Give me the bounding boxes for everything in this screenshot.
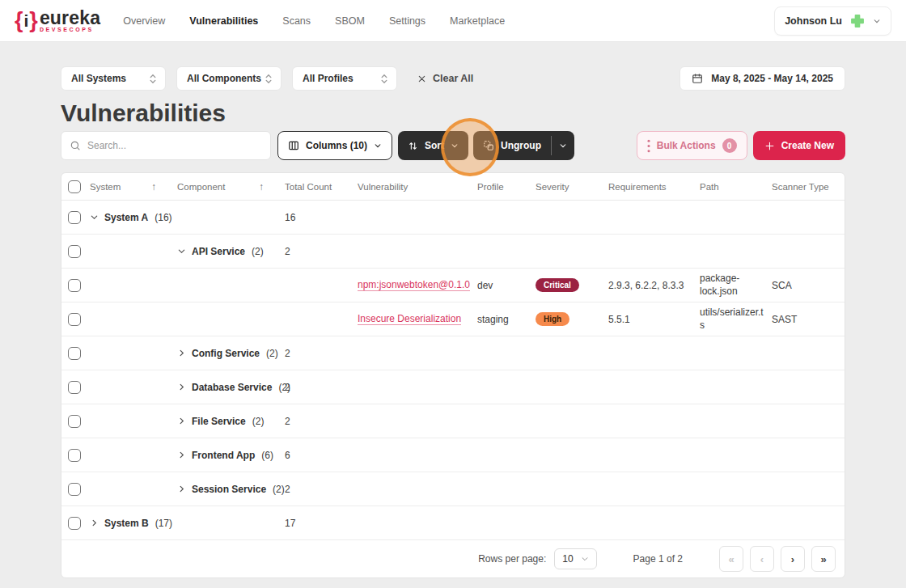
ungroup-button[interactable]: Ungroup [473, 131, 551, 160]
table-row: Session Service(2)2 [61, 472, 845, 506]
group-count: (17) [155, 518, 172, 529]
brand-logo[interactable]: {i} eureka DEVSECOPS [15, 10, 100, 32]
row-checkbox[interactable] [68, 483, 81, 496]
header-vulnerability[interactable]: Vulnerability [358, 182, 477, 192]
expand-chevron-icon[interactable] [177, 383, 186, 391]
table-cell: staging [477, 314, 536, 325]
logo-brace-right: } [29, 10, 38, 32]
header-path[interactable]: Path [700, 182, 772, 192]
header-component[interactable]: Component↑ [177, 181, 285, 192]
rows-per-page-label: Rows per page: [478, 553, 546, 565]
bulk-actions-button[interactable]: Bulk Actions 0 [637, 131, 747, 160]
columns-label: Columns (10) [306, 140, 367, 151]
columns-button[interactable]: Columns (10) [277, 131, 392, 160]
first-page-button[interactable]: « [719, 546, 743, 572]
table-cell [61, 211, 90, 224]
nav-item-vulnerabilities[interactable]: Vulnerabilities [189, 15, 258, 27]
date-range-picker[interactable]: May 8, 2025 - May 14, 2025 [680, 66, 845, 91]
row-checkbox[interactable] [68, 313, 81, 326]
table-cell: npm:jsonwebtoken@0.1.0 [358, 279, 477, 291]
header-scanner-type[interactable]: Scanner Type [772, 182, 845, 192]
header-total-count[interactable]: Total Count [285, 182, 358, 192]
logo-i: i [24, 12, 29, 29]
table-cell: 2 [285, 382, 358, 393]
sort-label: Sort [425, 140, 444, 151]
requirements-value: 5.5.1 [608, 314, 630, 325]
systems-filter-label: All Systems [71, 73, 126, 84]
path-value: package-lock.json [700, 273, 772, 298]
profiles-filter[interactable]: All Profiles [292, 66, 397, 91]
severity-badge: Critical [536, 278, 579, 292]
create-new-button[interactable]: Create New [753, 131, 845, 160]
profiles-filter-label: All Profiles [303, 73, 354, 84]
expand-chevron-icon[interactable] [177, 484, 186, 493]
nav-item-overview[interactable]: Overview [123, 15, 165, 27]
sort-asc-icon[interactable]: ↑ [151, 181, 156, 192]
sort-asc-icon[interactable]: ↑ [259, 181, 264, 192]
ungroup-menu-chevron[interactable] [552, 131, 574, 160]
expand-chevron-icon[interactable] [177, 451, 186, 459]
vulnerability-link[interactable]: npm:jsonwebtoken@0.1.0 [358, 279, 470, 291]
total-count: 6 [285, 450, 290, 461]
header-system-label: System [90, 182, 121, 192]
scanner-type-value: SCA [772, 280, 792, 291]
row-checkbox[interactable] [68, 517, 81, 530]
rows-per-page-select[interactable]: 10 [554, 548, 596, 569]
table-cell: File Service(2) [177, 416, 285, 427]
table-cell: Config Service(2) [177, 348, 285, 359]
header-severity[interactable]: Severity [536, 182, 608, 192]
expand-chevron-icon[interactable] [177, 349, 186, 357]
search-box [61, 131, 271, 160]
user-menu[interactable]: Johnson Lu [774, 6, 891, 36]
close-icon [417, 74, 426, 83]
group-count: (16) [155, 212, 171, 223]
row-checkbox[interactable] [68, 415, 81, 428]
collapse-chevron-icon[interactable] [90, 213, 99, 222]
sort-button[interactable]: Sort [398, 131, 468, 160]
group-name: Database Service [192, 382, 272, 393]
table-row: Database Service(2)2 [61, 370, 845, 404]
filter-row: All Systems All Components All Profiles … [61, 66, 845, 91]
table-row: API Service(2)2 [61, 235, 845, 269]
search-input[interactable] [87, 140, 262, 151]
components-filter[interactable]: All Components [176, 66, 282, 91]
header-system[interactable]: System↑ [90, 181, 177, 192]
row-checkbox[interactable] [68, 381, 81, 394]
group-count: (2) [266, 348, 278, 359]
chevron-down-icon [451, 142, 459, 150]
vulnerabilities-table: System↑ Component↑ Total Count Vulnerabi… [61, 172, 845, 578]
group-name: Frontend App [192, 450, 255, 461]
avatar [849, 13, 866, 29]
row-checkbox[interactable] [68, 211, 81, 224]
prev-page-button[interactable]: ‹ [750, 546, 774, 572]
select-all-checkbox[interactable] [68, 180, 81, 193]
ungroup-icon [483, 140, 494, 151]
row-checkbox[interactable] [68, 279, 81, 292]
expand-chevron-icon[interactable] [177, 417, 186, 425]
expand-chevron-icon[interactable] [90, 518, 99, 527]
bulk-actions-count-badge: 0 [722, 138, 737, 153]
total-count: 2 [285, 416, 290, 427]
next-page-button[interactable]: › [781, 546, 805, 572]
nav-item-marketplace[interactable]: Marketplace [450, 15, 505, 27]
last-page-button[interactable]: » [811, 546, 836, 572]
nav-item-settings[interactable]: Settings [389, 15, 425, 27]
clear-all-button[interactable]: Clear All [417, 73, 473, 84]
header-requirements[interactable]: Requirements [608, 182, 700, 192]
row-checkbox[interactable] [68, 245, 81, 258]
nav-item-sbom[interactable]: SBOM [335, 15, 365, 27]
systems-filter[interactable]: All Systems [61, 66, 166, 91]
vulnerability-link[interactable]: Insecure Deserialization [358, 313, 461, 325]
collapse-chevron-icon[interactable] [177, 247, 186, 256]
bulk-actions-label: Bulk Actions [657, 140, 716, 151]
group-name: System A [104, 212, 148, 223]
row-checkbox[interactable] [68, 449, 81, 462]
table-cell: package-lock.json [700, 273, 772, 298]
total-count: 2 [285, 382, 290, 393]
nav-item-scans[interactable]: Scans [282, 15, 311, 27]
table-cell [61, 449, 90, 462]
brand-subtitle: DEVSECOPS [40, 27, 100, 32]
topbar: {i} eureka DEVSECOPS OverviewVulnerabili… [0, 0, 906, 42]
row-checkbox[interactable] [68, 347, 81, 360]
header-profile[interactable]: Profile [477, 182, 536, 192]
